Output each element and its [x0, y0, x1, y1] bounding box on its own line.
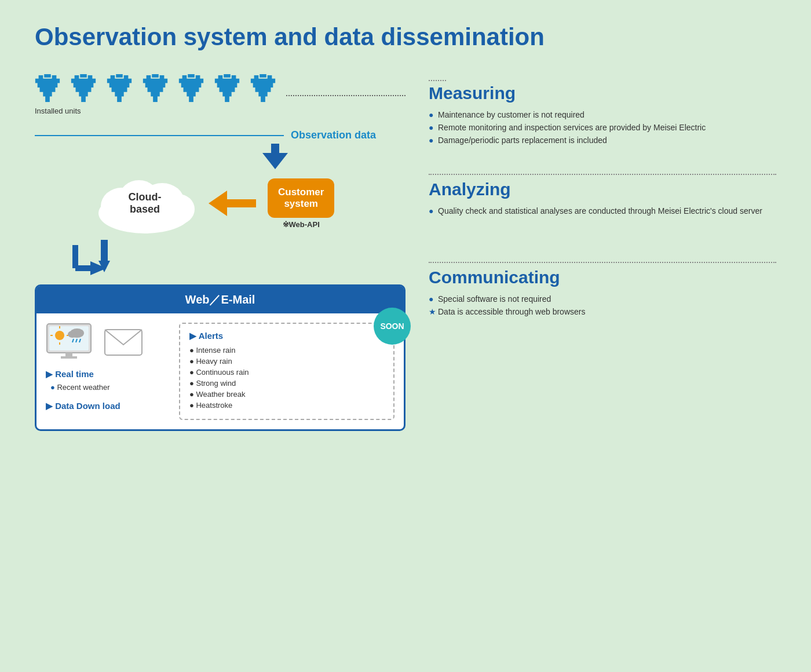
svg-rect-39 — [188, 74, 195, 78]
communicating-title: Communicating — [429, 268, 776, 287]
download-label: Data Down load — [46, 401, 173, 411]
cloud-shape: Cloud- based — [93, 171, 197, 235]
svg-rect-66 — [49, 326, 89, 350]
measuring-bullet-2: Damage/periodic parts replacement is inc… — [429, 136, 776, 145]
alert-item-4: Weather break — [189, 390, 384, 399]
svg-rect-47 — [224, 74, 231, 78]
web-email-section: Web／E-Mail — [35, 284, 406, 431]
alert-item-2: Continuous rain — [189, 368, 384, 377]
svg-rect-31 — [152, 74, 159, 78]
orange-left-arrow — [209, 191, 256, 216]
svg-rect-54 — [268, 75, 272, 80]
measuring-area: Measuring Maintenance by customer is not… — [429, 80, 776, 145]
tower-icon-5 — [178, 74, 204, 103]
down-arrow-big — [145, 144, 406, 169]
web-email-body: Real time Recent weather Data Down load … — [36, 313, 404, 429]
analyzing-title: Analyzing — [429, 180, 776, 199]
web-icons — [46, 323, 173, 360]
customer-system-box: Customer system — [268, 178, 334, 218]
tower-icon-7 — [250, 74, 276, 103]
right-section: Measuring Maintenance by customer is not… — [429, 74, 776, 431]
recent-weather-item: Recent weather — [50, 383, 173, 392]
alert-item-3: Strong wind — [189, 379, 384, 388]
diagonal-arrow-container — [70, 245, 406, 288]
svg-point-67 — [55, 331, 64, 340]
alerts-title: Alerts — [189, 331, 384, 341]
monitor-icon — [46, 323, 92, 360]
svg-rect-46 — [232, 75, 236, 80]
tower-icon-3 — [107, 74, 132, 103]
measuring-title: Measuring — [429, 83, 776, 103]
svg-rect-7 — [44, 74, 51, 78]
svg-marker-64 — [90, 261, 107, 275]
svg-rect-55 — [260, 74, 266, 78]
svg-rect-45 — [218, 75, 223, 80]
installed-label: Installed units — [35, 107, 81, 115]
svg-rect-13 — [75, 75, 79, 80]
measuring-bullet-1: Remote monitoring and inspection service… — [429, 123, 776, 132]
main-content: Installed units Observation data — [35, 74, 776, 431]
tower-icon-4 — [143, 74, 168, 103]
svg-rect-30 — [160, 75, 165, 80]
svg-rect-15 — [80, 74, 87, 78]
svg-point-60 — [162, 194, 195, 224]
communicating-area: Communicating Special software is not re… — [429, 262, 776, 316]
analyzing-bullet-0: Quality check and statistical analyses a… — [429, 206, 776, 216]
svg-point-73 — [68, 331, 77, 338]
svg-rect-29 — [147, 75, 151, 80]
soon-badge: SOON — [374, 308, 411, 345]
svg-rect-21 — [111, 75, 115, 80]
communicating-star: Data is accessible through web browsers — [429, 307, 776, 316]
svg-rect-5 — [39, 75, 43, 80]
page-title: Observation system and data disseminatio… — [35, 23, 776, 51]
svg-rect-38 — [196, 75, 200, 80]
alert-item-0: Intense rain — [189, 346, 384, 355]
svg-rect-37 — [182, 75, 187, 80]
analyzing-area: Analyzing Quality check and statistical … — [429, 174, 776, 216]
web-email-header: Web／E-Mail — [36, 286, 404, 313]
obs-data-label: Observation data — [291, 129, 376, 141]
left-section: Installed units Observation data — [35, 74, 406, 431]
svg-rect-53 — [254, 75, 259, 80]
svg-rect-23 — [116, 74, 123, 78]
svg-rect-6 — [52, 75, 57, 80]
web-api-label: ※Web-API — [268, 220, 334, 229]
cloud-text: Cloud- based — [129, 191, 162, 216]
communicating-bullet-0: Special software is not required — [429, 294, 776, 304]
alert-item-1: Heavy rain — [189, 357, 384, 366]
dotted-line — [286, 95, 406, 96]
realtime-label: Real time — [46, 369, 173, 379]
tower-icon-6 — [214, 74, 240, 103]
web-left: Real time Recent weather Data Down load — [46, 323, 173, 420]
alerts-box: SOON Alerts Intense rain Heavy rain Cont… — [179, 323, 394, 420]
svg-rect-14 — [88, 75, 93, 80]
svg-rect-77 — [65, 353, 72, 356]
measuring-bullet-0: Maintenance by customer is not required — [429, 110, 776, 119]
svg-rect-78 — [61, 356, 77, 359]
email-icon — [104, 327, 143, 357]
tower-icon-1 — [35, 74, 60, 103]
units-row — [35, 74, 406, 103]
alert-item-5: Heatstroke — [189, 401, 384, 410]
tower-icon-2 — [71, 74, 96, 103]
svg-rect-22 — [124, 75, 129, 80]
